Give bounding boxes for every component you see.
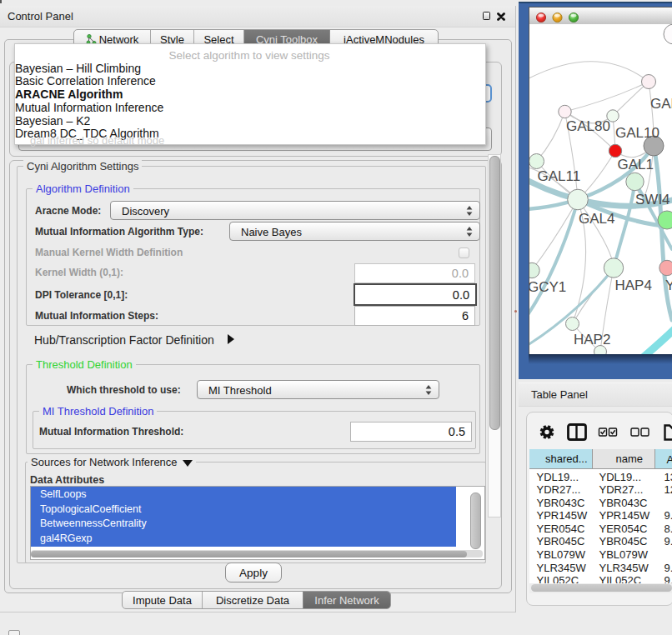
svg-text:GAL10: GAL10	[615, 125, 659, 141]
svg-text:GAL1: GAL1	[618, 157, 654, 172]
svg-text:GAL11: GAL11	[538, 168, 581, 184]
svg-text:Y: Y	[665, 278, 672, 293]
svg-text:GAL80: GAL80	[566, 118, 610, 134]
svg-text:GAL4: GAL4	[579, 211, 614, 227]
svg-text:HAP2: HAP2	[574, 332, 610, 348]
svg-text:GAL: GAL	[650, 96, 672, 112]
svg-text:SWI4: SWI4	[635, 192, 670, 208]
svg-text:HAP4: HAP4	[615, 278, 652, 293]
svg-text:GCY1: GCY1	[529, 279, 566, 295]
